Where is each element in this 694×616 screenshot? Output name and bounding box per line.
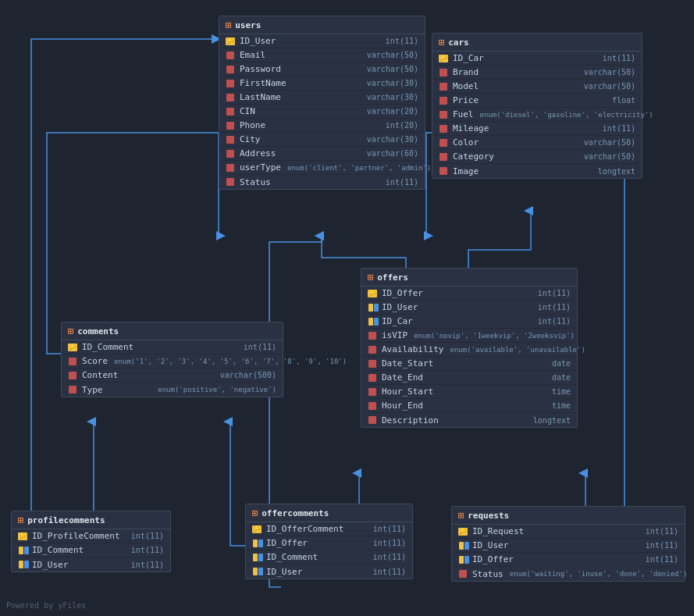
pk-icon: 🔑: [68, 344, 79, 351]
users-row-email: Email varchar(50): [219, 48, 425, 62]
users-row-lastname: LastName varchar(30): [219, 91, 425, 105]
offers-row-idcar: ID_Car int(11): [361, 315, 577, 329]
offers-row-dateend: Date_End date: [361, 371, 577, 385]
field-type: varchar(50): [584, 138, 635, 147]
field-name: Color: [453, 137, 578, 148]
field-icon: [226, 136, 237, 144]
field-icon: [368, 402, 379, 410]
field-name: Model: [453, 81, 578, 91]
field-type: date: [552, 373, 571, 382]
diagram-container: ⊞ users 🔑 ID_User int(11) Email varchar(…: [0, 0, 694, 616]
field-icon: [439, 153, 450, 161]
grid-icon-users: ⊞: [226, 20, 231, 30]
cars-row-model: Model varchar(50): [432, 80, 642, 94]
field-name: ID_Car: [382, 316, 532, 326]
field-type: varchar(30): [367, 93, 418, 101]
field-name: ID_Offer: [472, 554, 639, 564]
table-comments: ⊞ comments 🔑 ID_Comment int(11) Score en…: [61, 322, 283, 397]
field-type: time: [552, 387, 571, 396]
field-icon: [226, 52, 237, 59]
field-type: int(11): [373, 525, 406, 533]
cars-row-image: Image longtext: [432, 164, 642, 178]
cars-row-mileage: Mileage int(11): [432, 122, 642, 136]
field-icon: [226, 122, 237, 130]
field-type: int(11): [386, 178, 418, 187]
field-icon: [68, 372, 79, 379]
users-row-password: Password varchar(50): [219, 62, 425, 77]
field-type: int(11): [538, 289, 571, 297]
fk-icon: [368, 304, 379, 312]
field-name: ID_Comment: [266, 552, 367, 562]
table-profilecomments: ⊞ profilecomments 🔑 ID_ProfileComment in…: [11, 511, 171, 572]
offercomments-row-idoffer: ID_Offer int(11): [246, 536, 412, 550]
requests-row-iduser: ID_User int(11): [452, 539, 685, 553]
offers-row-description: Description longtext: [361, 413, 577, 427]
field-type: int(11): [646, 555, 678, 564]
table-offers-title: offers: [377, 272, 408, 283]
field-type: int(11): [244, 343, 276, 351]
field-icon: [439, 69, 450, 77]
offers-row-hourend: Hour_End time: [361, 399, 577, 413]
offers-row-availability: Availability enum('available', 'unavaila…: [361, 343, 577, 357]
profilecomments-row-id: 🔑 ID_ProfileComment int(11): [12, 529, 170, 543]
field-name: ID_Car: [453, 53, 596, 63]
field-type: date: [552, 359, 571, 368]
offercomments-row-iduser: ID_User int(11): [246, 564, 412, 579]
field-type: float: [612, 96, 635, 105]
powered-by-label: Powered by yFiles: [6, 601, 86, 610]
table-offercomments-title: offercomments: [262, 508, 329, 518]
field-icon: [368, 360, 379, 368]
field-name: Date_Start: [382, 358, 546, 369]
pk-icon: 🔑: [458, 528, 469, 536]
grid-icon-requests: ⊞: [458, 510, 464, 521]
field-type: varchar(20): [367, 107, 418, 116]
table-users: ⊞ users 🔑 ID_User int(11) Email varchar(…: [219, 16, 425, 190]
field-name: Availability: [382, 344, 443, 354]
field-icon: [458, 570, 469, 578]
field-name: Brand: [453, 67, 578, 77]
users-row-firstname: FirstName varchar(30): [219, 77, 425, 91]
field-name: ID_OfferComment: [266, 524, 367, 534]
field-icon: [226, 80, 237, 87]
field-name: Address: [240, 148, 361, 158]
field-icon: [368, 346, 379, 354]
field-type: int(11): [131, 561, 164, 569]
users-row-cin: CIN varchar(20): [219, 105, 425, 119]
field-name: CIN: [240, 106, 361, 116]
field-icon: [226, 164, 237, 172]
table-cars: ⊞ cars 🔑 ID_Car int(11) Brand varchar(50…: [432, 33, 642, 179]
field-type: varchar(50): [367, 51, 418, 59]
field-name: ID_Request: [472, 526, 639, 536]
cars-row-fuel: Fuel enum('diesel', 'gasoline', 'electri…: [432, 108, 642, 122]
field-type: int(11): [131, 532, 164, 540]
table-users-title: users: [235, 20, 261, 30]
field-type: varchar(60): [367, 149, 418, 158]
field-icon: [439, 125, 450, 133]
field-name: ID_Comment: [32, 545, 125, 555]
cars-row-category: Category varchar(50): [432, 150, 642, 164]
table-offers: ⊞ offers 🔑 ID_Offer int(11) ID_User int(…: [361, 268, 578, 428]
field-type: time: [552, 401, 571, 410]
users-row-usertype: userType enum('client', 'partner', 'admi…: [219, 161, 425, 175]
requests-row-id: 🔑 ID_Request int(11): [452, 525, 685, 539]
table-requests-header: ⊞ requests: [452, 507, 685, 525]
fk-icon: [252, 554, 263, 561]
fk-icon: [18, 547, 29, 554]
field-type: varchar(30): [367, 135, 418, 144]
field-type: int(11): [373, 539, 406, 547]
comments-row-content: Content varchar(500): [62, 369, 283, 383]
field-name: Date_End: [382, 372, 546, 383]
comments-row-id: 🔑 ID_Comment int(11): [62, 340, 283, 354]
table-offers-header: ⊞ offers: [361, 269, 577, 287]
field-type: int(11): [373, 553, 406, 561]
field-icon: [439, 111, 450, 119]
field-name: Hour_Start: [382, 386, 546, 397]
pk-icon: 🔑: [439, 55, 450, 62]
field-type: varchar(50): [584, 152, 635, 161]
field-type: int(11): [373, 568, 406, 576]
table-requests-title: requests: [468, 511, 509, 521]
offercomments-row-idcomment: ID_Comment int(11): [246, 550, 412, 564]
field-type: varchar(500): [220, 371, 276, 379]
field-type: varchar(50): [584, 68, 635, 77]
users-row-status: Status int(11): [219, 175, 425, 189]
